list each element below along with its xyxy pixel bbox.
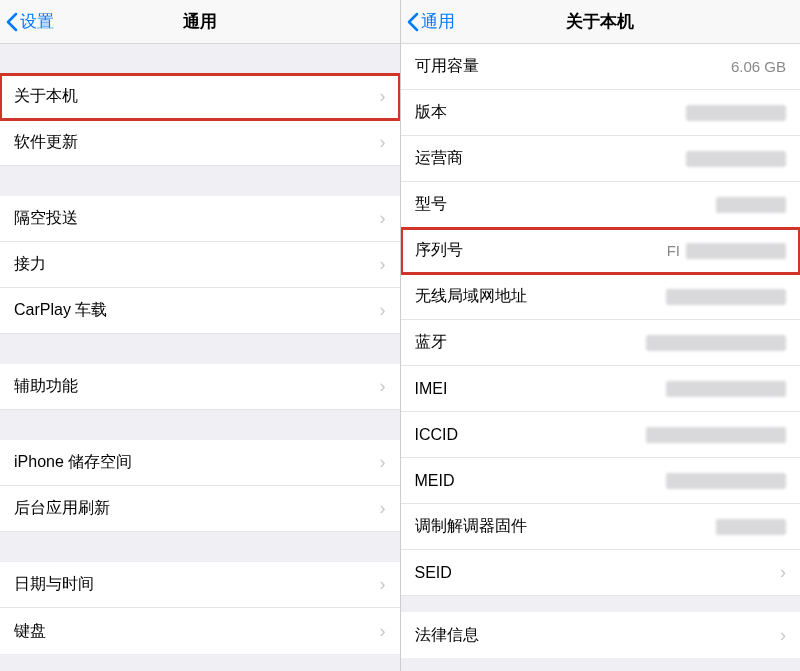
redacted-value — [716, 519, 786, 535]
redacted-value — [686, 151, 786, 167]
row-label: ICCID — [415, 426, 459, 444]
row-handoff[interactable]: 接力 › — [0, 242, 400, 288]
redacted-value — [646, 427, 786, 443]
row-seid[interactable]: SEID › — [401, 550, 801, 596]
row-label: 型号 — [415, 194, 447, 215]
row-value — [468, 427, 786, 443]
about-screen: 通用 关于本机 可用容量 6.06 GB 版本 运营商 型号 序列号 FI 无线… — [401, 0, 801, 671]
chevron-right-icon: › — [380, 574, 386, 595]
chevron-left-icon — [6, 12, 18, 32]
row-value — [457, 335, 787, 351]
chevron-right-icon: › — [380, 621, 386, 642]
row-label: 后台应用刷新 — [14, 498, 110, 519]
row-label: 辅助功能 — [14, 376, 78, 397]
row-value — [537, 519, 787, 535]
chevron-right-icon: › — [380, 208, 386, 229]
redacted-value — [686, 105, 786, 121]
chevron-right-icon: › — [380, 86, 386, 107]
chevron-right-icon: › — [780, 625, 786, 646]
general-settings-screen: 设置 通用 关于本机 › 软件更新 › 隔空投送 › 接力 › CarPlay … — [0, 0, 401, 671]
row-carplay[interactable]: CarPlay 车载 › — [0, 288, 400, 334]
general-list: 关于本机 › 软件更新 › 隔空投送 › 接力 › CarPlay 车载 › 辅… — [0, 44, 400, 654]
chevron-right-icon: › — [380, 376, 386, 397]
back-label: 通用 — [421, 10, 455, 33]
row-value — [473, 151, 787, 167]
row-label: 调制解调器固件 — [415, 516, 527, 537]
row-value — [457, 197, 787, 213]
row-wifi-address: 无线局域网地址 — [401, 274, 801, 320]
serial-prefix: FI — [667, 242, 680, 259]
row-label: 关于本机 — [14, 86, 78, 107]
row-label: 无线局域网地址 — [415, 286, 527, 307]
row-storage[interactable]: iPhone 储存空间 › — [0, 440, 400, 486]
chevron-right-icon: › — [380, 452, 386, 473]
row-available: 可用容量 6.06 GB — [401, 44, 801, 90]
chevron-right-icon: › — [380, 498, 386, 519]
row-label: 隔空投送 — [14, 208, 78, 229]
row-label: MEID — [415, 472, 455, 490]
chevron-right-icon: › — [380, 132, 386, 153]
row-label: 法律信息 — [415, 625, 479, 646]
chevron-right-icon: › — [380, 254, 386, 275]
navbar-title: 关于本机 — [401, 10, 801, 33]
row-label: 软件更新 — [14, 132, 78, 153]
row-bluetooth: 蓝牙 — [401, 320, 801, 366]
row-value: 6.06 GB — [489, 58, 787, 75]
row-model: 型号 — [401, 182, 801, 228]
redacted-value — [686, 243, 786, 259]
row-label: 接力 — [14, 254, 46, 275]
redacted-value — [646, 335, 786, 351]
row-software-update[interactable]: 软件更新 › — [0, 120, 400, 166]
back-to-general[interactable]: 通用 — [401, 10, 455, 33]
row-value — [537, 289, 787, 305]
row-label: 日期与时间 — [14, 574, 94, 595]
row-label: CarPlay 车载 — [14, 300, 107, 321]
row-label: 蓝牙 — [415, 332, 447, 353]
redacted-value — [666, 381, 786, 397]
navbar-about: 通用 关于本机 — [401, 0, 801, 44]
row-modem-firmware: 调制解调器固件 — [401, 504, 801, 550]
row-value — [457, 105, 787, 121]
back-label: 设置 — [20, 10, 54, 33]
navbar-general: 设置 通用 — [0, 0, 400, 44]
row-about[interactable]: 关于本机 › — [0, 74, 400, 120]
row-serial: 序列号 FI — [401, 228, 801, 274]
row-value — [457, 381, 786, 397]
row-meid: MEID — [401, 458, 801, 504]
redacted-value — [666, 289, 786, 305]
chevron-right-icon: › — [780, 562, 786, 583]
row-label: 序列号 — [415, 240, 463, 261]
row-carrier: 运营商 — [401, 136, 801, 182]
row-iccid: ICCID — [401, 412, 801, 458]
row-date-time[interactable]: 日期与时间 › — [0, 562, 400, 608]
row-label: 版本 — [415, 102, 447, 123]
redacted-value — [666, 473, 786, 489]
row-imei: IMEI — [401, 366, 801, 412]
row-value — [465, 473, 787, 489]
row-label: iPhone 储存空间 — [14, 452, 132, 473]
row-label: 运营商 — [415, 148, 463, 169]
about-list: 可用容量 6.06 GB 版本 运营商 型号 序列号 FI 无线局域网地址 蓝牙 — [401, 44, 801, 658]
back-to-settings[interactable]: 设置 — [0, 10, 54, 33]
navbar-title: 通用 — [0, 10, 400, 33]
row-legal[interactable]: 法律信息 › — [401, 612, 801, 658]
redacted-value — [716, 197, 786, 213]
row-value: FI — [473, 242, 787, 259]
row-version: 版本 — [401, 90, 801, 136]
row-accessibility[interactable]: 辅助功能 › — [0, 364, 400, 410]
row-label: 键盘 — [14, 621, 46, 642]
row-airdrop[interactable]: 隔空投送 › — [0, 196, 400, 242]
chevron-left-icon — [407, 12, 419, 32]
row-keyboard[interactable]: 键盘 › — [0, 608, 400, 654]
row-label: 可用容量 — [415, 56, 479, 77]
row-label: SEID — [415, 564, 452, 582]
row-bg-refresh[interactable]: 后台应用刷新 › — [0, 486, 400, 532]
row-label: IMEI — [415, 380, 448, 398]
chevron-right-icon: › — [380, 300, 386, 321]
